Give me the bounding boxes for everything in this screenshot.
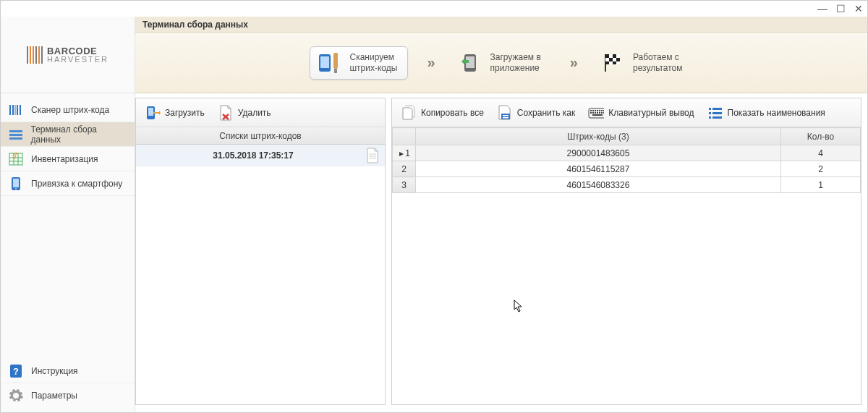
- step-result[interactable]: Работаем с результатом: [594, 47, 693, 79]
- row-number: 2: [393, 161, 416, 177]
- terminal-icon: [8, 127, 24, 142]
- gear-icon: [8, 388, 24, 404]
- svg-rect-7: [9, 137, 22, 140]
- svg-rect-41: [503, 117, 509, 119]
- svg-rect-49: [603, 110, 604, 111]
- row-number: 3: [393, 177, 416, 193]
- copy-icon: [401, 105, 417, 121]
- help-icon: ?: [8, 363, 24, 379]
- step-scan[interactable]: Сканируем штрих-коды: [310, 46, 408, 80]
- svg-rect-29: [616, 58, 620, 61]
- show-names-button[interactable]: Показать наименования: [702, 102, 831, 124]
- svg-rect-60: [709, 112, 711, 114]
- svg-rect-52: [595, 112, 596, 114]
- list-item[interactable]: 31.05.2018 17:35:17: [136, 145, 385, 166]
- load-button[interactable]: Загрузить: [139, 102, 210, 124]
- close-button[interactable]: ✕: [854, 3, 863, 14]
- svg-rect-27: [613, 54, 616, 58]
- step-load[interactable]: Загружаем в приложение: [451, 47, 551, 79]
- sidebar-item-label: Инструкция: [31, 366, 78, 376]
- step-line: результатом: [633, 63, 683, 73]
- logo-line1: BARCODE: [47, 46, 109, 56]
- sidebar-item-scanner[interactable]: Сканер штрих-кода: [1, 98, 135, 122]
- maximize-button[interactable]: ☐: [836, 3, 846, 14]
- smartphone-icon: [8, 176, 24, 192]
- svg-rect-31: [613, 61, 616, 64]
- cell-code: 2900001483605: [416, 145, 781, 161]
- barcodes-grid[interactable]: Штрих-коды (3) Кол-во ▸1 2900001483605 4: [392, 127, 861, 404]
- logo-line2: HARVESTER: [47, 56, 109, 64]
- app-window: — ☐ ✕ BARCODE HARVESTER: [0, 0, 868, 413]
- svg-rect-30: [605, 61, 609, 64]
- nav: Сканер штрих-кода Терминал сбора данных …: [1, 93, 135, 359]
- barcode-logo-icon: [27, 46, 43, 64]
- svg-rect-19: [320, 56, 329, 68]
- svg-rect-63: [712, 116, 722, 119]
- svg-rect-56: [603, 112, 604, 114]
- svg-rect-59: [712, 108, 722, 110]
- table-row[interactable]: 3 4601546083326 1: [393, 177, 861, 193]
- column-header-code[interactable]: Штрих-коды (3): [416, 128, 781, 145]
- button-label: Сохранить как: [517, 108, 575, 118]
- chevron-right-icon: »: [427, 54, 432, 71]
- button-label: Показать наименования: [728, 108, 825, 118]
- button-label: Копировать все: [421, 108, 484, 118]
- svg-rect-40: [503, 115, 509, 116]
- svg-rect-50: [590, 112, 592, 114]
- keyboard-icon: [588, 105, 604, 121]
- grid-corner[interactable]: [393, 128, 416, 145]
- row-number: ▸1: [393, 145, 416, 161]
- svg-rect-33: [148, 108, 153, 116]
- left-column-header[interactable]: Списки штрих-кодов: [136, 127, 385, 144]
- list-lines-icon: [707, 105, 723, 121]
- svg-rect-5: [9, 130, 22, 132]
- save-as-button[interactable]: Сохранить как: [491, 102, 581, 124]
- button-label: Загрузить: [165, 108, 205, 118]
- svg-rect-21: [334, 69, 337, 73]
- svg-rect-45: [595, 110, 596, 111]
- barcode-lists: 31.05.2018 17:35:17: [136, 145, 385, 166]
- svg-rect-28: [609, 58, 613, 61]
- chevron-right-icon: »: [570, 54, 575, 71]
- svg-rect-39: [501, 114, 510, 119]
- sidebar-item-terminal[interactable]: Терминал сбора данных: [1, 122, 135, 147]
- left-header-row: Списки штрих-кодов: [136, 127, 385, 145]
- svg-rect-43: [590, 110, 592, 111]
- load-device-icon: [145, 105, 161, 121]
- svg-rect-6: [9, 134, 22, 136]
- svg-rect-26: [605, 54, 609, 58]
- svg-rect-58: [709, 108, 711, 110]
- table-row[interactable]: 2 4601546115287 2: [393, 161, 861, 177]
- step-line: приложение: [490, 63, 541, 73]
- table-row[interactable]: ▸1 2900001483605 4: [393, 145, 861, 161]
- steps-strip: Сканируем штрих-коды » Загружаем в прило…: [135, 33, 867, 93]
- sidebar-item-inventory[interactable]: Инвентаризация: [1, 147, 135, 171]
- titlebar: — ☐ ✕: [1, 1, 867, 17]
- svg-rect-14: [13, 179, 19, 187]
- svg-rect-44: [592, 110, 594, 111]
- copy-all-button[interactable]: Копировать все: [395, 102, 490, 124]
- delete-button[interactable]: Удалить: [212, 102, 277, 124]
- svg-rect-20: [333, 53, 338, 69]
- svg-rect-62: [709, 116, 711, 119]
- sidebar-item-smartphone[interactable]: Привязка к смартфону: [1, 171, 135, 196]
- flag-icon: [601, 51, 624, 74]
- svg-rect-53: [597, 112, 598, 114]
- step-line: Загружаем в: [490, 52, 541, 62]
- column-header-qty[interactable]: Кол-во: [781, 128, 861, 145]
- logo: BARCODE HARVESTER: [1, 17, 135, 93]
- barcodes-pane: Копировать все Сохранить как: [391, 98, 861, 405]
- sidebar-item-label: Параметры: [31, 391, 77, 401]
- svg-rect-57: [592, 114, 603, 116]
- keyboard-output-button[interactable]: Клавиатурный вывод: [582, 102, 699, 124]
- svg-rect-51: [592, 112, 594, 114]
- sidebar-item-settings[interactable]: Параметры: [1, 383, 135, 408]
- sidebar-item-label: Привязка к смартфону: [31, 179, 122, 189]
- minimize-button[interactable]: —: [817, 3, 827, 14]
- step-line: Сканируем: [349, 52, 397, 62]
- left-toolbar: Загрузить Удалить: [136, 98, 385, 127]
- cell-code: 4601546083326: [416, 177, 781, 193]
- svg-rect-61: [712, 112, 722, 114]
- sidebar-item-label: Инвентаризация: [31, 154, 98, 164]
- sidebar-item-instruction[interactable]: ? Инструкция: [1, 359, 135, 383]
